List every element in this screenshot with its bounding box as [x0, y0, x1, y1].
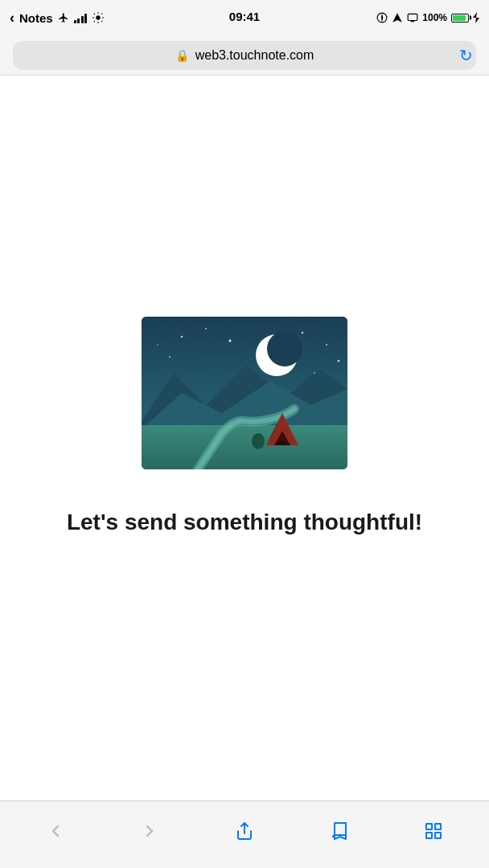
svg-point-23: [326, 344, 327, 346]
battery-icon: [451, 14, 469, 23]
svg-rect-29: [435, 824, 441, 829]
svg-point-0: [97, 15, 101, 19]
svg-point-25: [157, 344, 158, 346]
browser-back-button[interactable]: [35, 813, 76, 849]
notes-back-label[interactable]: Notes: [19, 11, 53, 25]
svg-rect-17: [261, 441, 263, 448]
camping-illustration: [142, 317, 347, 469]
status-bar-time: 09:41: [229, 10, 260, 23]
svg-point-19: [205, 328, 207, 330]
status-bar: ‹ Notes 09:41 100%: [0, 0, 489, 35]
safari-toolbar: [0, 800, 489, 868]
svg-point-26: [314, 372, 315, 374]
svg-rect-31: [426, 833, 432, 838]
compass-icon: [376, 12, 388, 23]
svg-point-24: [338, 360, 340, 362]
screen-mirror-icon: [407, 12, 418, 23]
svg-point-18: [181, 336, 183, 338]
brightness-icon: [92, 11, 105, 24]
url-bar[interactable]: 🔒 web3.touchnote.com: [13, 41, 476, 70]
battery-percent-label: 100%: [422, 12, 447, 23]
url-text[interactable]: web3.touchnote.com: [195, 48, 314, 63]
navigation-icon: [392, 12, 403, 23]
refresh-button[interactable]: ↻: [459, 46, 473, 65]
svg-rect-11: [142, 425, 347, 469]
address-bar: 🔒 web3.touchnote.com ↻: [0, 35, 489, 76]
web-content: Let's send something thoughtful!: [0, 76, 489, 800]
status-bar-right: 100%: [376, 12, 479, 23]
svg-rect-3: [408, 14, 417, 20]
back-chevron-icon: ‹: [10, 10, 14, 27]
svg-point-20: [229, 340, 232, 342]
share-button[interactable]: [224, 813, 265, 849]
bookmarks-button[interactable]: [319, 813, 360, 849]
signal-bars-icon: [74, 13, 88, 23]
svg-point-21: [169, 356, 171, 358]
svg-point-8: [267, 331, 302, 366]
browser-forward-button[interactable]: [129, 813, 170, 849]
svg-marker-4: [473, 12, 479, 23]
lock-icon: 🔒: [175, 49, 189, 62]
svg-point-22: [302, 332, 303, 334]
status-bar-left: ‹ Notes: [10, 10, 105, 27]
svg-rect-28: [426, 824, 432, 829]
charging-icon: [473, 12, 479, 23]
svg-rect-30: [435, 833, 441, 838]
tabs-button[interactable]: [413, 813, 454, 849]
airplane-icon: [58, 12, 69, 23]
svg-marker-2: [381, 13, 383, 23]
tagline-text: Let's send something thoughtful!: [43, 510, 446, 535]
